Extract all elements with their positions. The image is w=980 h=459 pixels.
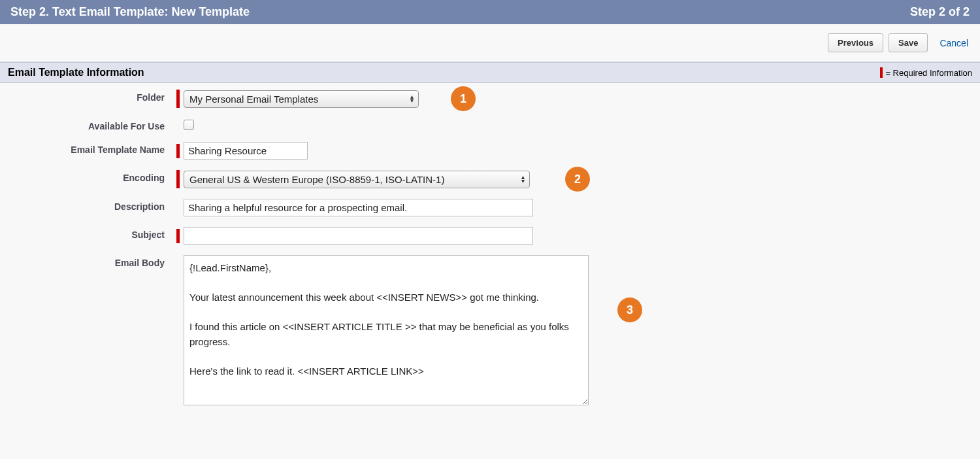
name-label: Email Template Name [0,142,176,155]
required-bar-icon [880,67,883,78]
required-indicator-icon [176,144,180,158]
required-legend: = Required Information [880,67,972,78]
encoding-row: Encoding General US & Western Europe (IS… [0,170,980,188]
step-header: Step 2. Text Email Template: New Templat… [0,0,980,24]
body-label: Email Body [0,255,176,268]
body-textarea[interactable] [184,255,589,405]
section-header: Email Template Information = Required In… [0,62,980,83]
callout-1: 1 [451,86,476,111]
required-indicator-icon [176,229,180,243]
available-checkbox[interactable] [184,120,194,130]
description-input[interactable] [184,199,533,216]
encoding-label: Encoding [0,170,176,183]
required-legend-text: = Required Information [885,68,972,78]
folder-row: Folder My Personal Email Templates ▴▾ 1 [0,90,980,108]
required-indicator-icon [176,170,180,188]
available-row: Available For Use [0,118,980,131]
callout-2: 2 [565,167,590,192]
description-label: Description [0,199,176,212]
subject-row: Subject [0,227,980,245]
encoding-select[interactable]: General US & Western Europe (ISO-8859-1,… [184,171,530,188]
available-label: Available For Use [0,118,176,131]
save-button[interactable]: Save [889,33,928,52]
step-title: Step 2. Text Email Template: New Templat… [10,5,250,19]
form-area: Folder My Personal Email Templates ▴▾ 1 … [0,83,980,422]
name-row: Email Template Name [0,142,980,160]
callout-3: 3 [617,298,642,322]
section-title: Email Template Information [8,67,144,78]
body-row: Email Body 3 [0,255,980,405]
cancel-link[interactable]: Cancel [939,38,968,48]
required-indicator-icon [176,90,180,108]
subject-label: Subject [0,227,176,240]
action-buttons: Previous Save Cancel [0,24,980,62]
folder-label: Folder [0,90,176,103]
description-row: Description [0,199,980,216]
name-input[interactable] [184,142,308,160]
subject-input[interactable] [184,227,533,245]
previous-button[interactable]: Previous [828,33,883,52]
step-indicator: Step 2 of 2 [910,5,970,19]
folder-select[interactable]: My Personal Email Templates [184,90,419,108]
